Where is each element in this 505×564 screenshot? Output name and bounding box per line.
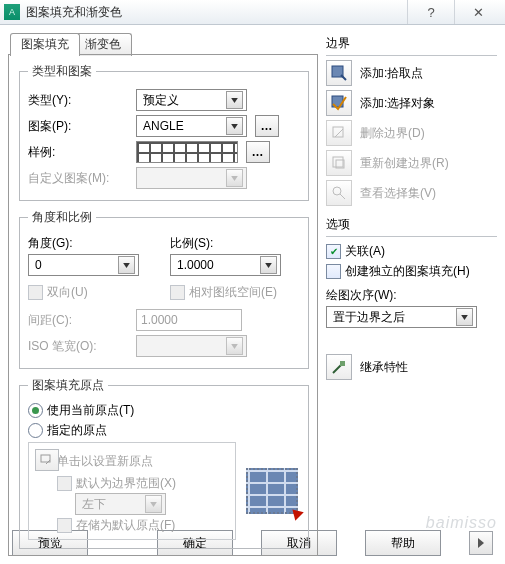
default-extent-label: 默认为边界范围(X) [76, 475, 176, 492]
tab-gradient[interactable]: 渐变色 [74, 33, 132, 56]
chevron-right-icon [477, 538, 485, 548]
pattern-value: ANGLE [143, 119, 222, 133]
scale-label: 比例(S): [170, 235, 213, 252]
angle-value: 0 [35, 258, 114, 272]
help-button[interactable]: ? [407, 0, 454, 24]
type-label: 类型(Y): [28, 92, 132, 109]
group-type-pattern-legend: 类型和图案 [28, 63, 96, 80]
svg-rect-4 [333, 157, 343, 167]
sample-browse-button[interactable]: … [246, 141, 270, 163]
boundary-title: 边界 [326, 35, 497, 56]
origin-pos-combo: 左下 [75, 493, 166, 515]
view-selection-label: 查看选择集(V) [360, 185, 497, 202]
inherit-props-icon [326, 354, 352, 380]
custom-pattern-combo [136, 167, 247, 189]
close-button[interactable]: ✕ [454, 0, 501, 24]
draworder-value: 置于边界之后 [333, 309, 452, 326]
draworder-label: 绘图次序(W): [326, 287, 497, 304]
checkbox-icon [28, 285, 43, 300]
svg-rect-3 [333, 127, 343, 137]
origin-current-label: 使用当前原点(T) [47, 402, 134, 419]
tab-hatch[interactable]: 图案填充 [10, 33, 80, 56]
double-checkbox: 双向(U) [28, 282, 158, 302]
angle-combo[interactable]: 0 [28, 254, 139, 276]
group-angle-scale: 角度和比例 角度(G): 0 比例(S): 1.0000 [19, 209, 309, 369]
help-button[interactable]: 帮助 [365, 530, 441, 556]
origin-preview [246, 468, 298, 514]
group-origin-legend: 图案填充原点 [28, 377, 108, 394]
spacing-input: 1.0000 [136, 309, 242, 331]
sample-swatch[interactable] [136, 141, 238, 163]
recreate-boundary-label: 重新创建边界(R) [360, 155, 497, 172]
click-new-label: 单击以设置新原点 [57, 453, 153, 470]
remove-boundary-label: 删除边界(D) [360, 125, 497, 142]
add-select-objects-label: 添加:选择对象 [360, 95, 497, 112]
titlebar: A 图案填充和渐变色 ? ✕ [0, 0, 505, 25]
checkbox-icon [57, 476, 72, 491]
group-angle-scale-legend: 角度和比例 [28, 209, 96, 226]
radio-icon [28, 423, 43, 438]
scale-value: 1.0000 [177, 258, 256, 272]
chevron-down-icon [226, 91, 243, 109]
origin-current-radio[interactable]: 使用当前原点(T) [28, 400, 300, 420]
pattern-combo[interactable]: ANGLE [136, 115, 247, 137]
radio-icon [28, 403, 43, 418]
type-value: 预定义 [143, 92, 222, 109]
draworder-combo[interactable]: 置于边界之后 [326, 306, 477, 328]
sample-label: 样例: [28, 144, 132, 161]
chevron-down-icon [118, 256, 135, 274]
view-selection-icon [326, 180, 352, 206]
pattern-label: 图案(P): [28, 118, 132, 135]
relpaper-checkbox: 相对图纸空间(E) [170, 282, 300, 302]
checkbox-icon: ✔ [326, 244, 341, 259]
chevron-down-icon [226, 337, 243, 355]
origin-specified-radio[interactable]: 指定的原点 [28, 420, 300, 440]
custom-pattern-label: 自定义图案(M): [28, 170, 132, 187]
select-objects-icon [326, 90, 352, 116]
pattern-browse-button[interactable]: … [255, 115, 279, 137]
view-selection-button: 查看选择集(V) [326, 180, 497, 206]
isopen-combo [136, 335, 247, 357]
add-pick-points-label: 添加:拾取点 [360, 65, 497, 82]
checkbox-icon [57, 518, 72, 533]
add-pick-points-button[interactable]: 添加:拾取点 [326, 60, 497, 86]
separate-label: 创建独立的图案填充(H) [345, 263, 470, 280]
chevron-down-icon [226, 117, 243, 135]
tab-gradient-label: 渐变色 [85, 37, 121, 51]
svg-point-6 [333, 187, 341, 195]
app-icon: A [4, 4, 20, 20]
recreate-boundary-button: 重新创建边界(R) [326, 150, 497, 176]
assoc-checkbox[interactable]: ✔ 关联(A) [326, 241, 497, 261]
remove-boundary-button: 删除边界(D) [326, 120, 497, 146]
checkbox-icon [326, 264, 341, 279]
svg-rect-7 [340, 361, 345, 366]
relpaper-label: 相对图纸空间(E) [189, 284, 277, 301]
remove-boundary-icon [326, 120, 352, 146]
inherit-props-button[interactable]: 继承特性 [326, 354, 497, 380]
chevron-down-icon [260, 256, 277, 274]
store-default-checkbox: 存储为默认原点(F) [57, 515, 227, 535]
double-label: 双向(U) [47, 284, 88, 301]
scale-combo[interactable]: 1.0000 [170, 254, 281, 276]
spacing-label: 间距(C): [28, 312, 132, 329]
isopen-label: ISO 笔宽(O): [28, 338, 132, 355]
help-label: 帮助 [391, 535, 415, 552]
angle-label: 角度(G): [28, 235, 73, 252]
add-select-objects-button[interactable]: 添加:选择对象 [326, 90, 497, 116]
assoc-label: 关联(A) [345, 243, 385, 260]
expand-button[interactable] [469, 531, 493, 555]
options-title: 选项 [326, 216, 497, 237]
window-title: 图案填充和渐变色 [26, 4, 407, 21]
chevron-down-icon [145, 495, 162, 513]
chevron-down-icon [456, 308, 473, 326]
separate-checkbox[interactable]: 创建独立的图案填充(H) [326, 261, 497, 281]
recreate-boundary-icon [326, 150, 352, 176]
tab-hatch-label: 图案填充 [21, 37, 69, 51]
type-combo[interactable]: 预定义 [136, 89, 247, 111]
store-default-label: 存储为默认原点(F) [76, 517, 175, 534]
chevron-down-icon [226, 169, 243, 187]
spacing-value: 1.0000 [141, 313, 178, 327]
group-origin: 图案填充原点 使用当前原点(T) 指定的原点 [19, 377, 309, 549]
origin-details: 单击以设置新原点 默认为边界范围(X) 左下 存储为 [28, 442, 236, 540]
origin-specified-label: 指定的原点 [47, 422, 107, 439]
